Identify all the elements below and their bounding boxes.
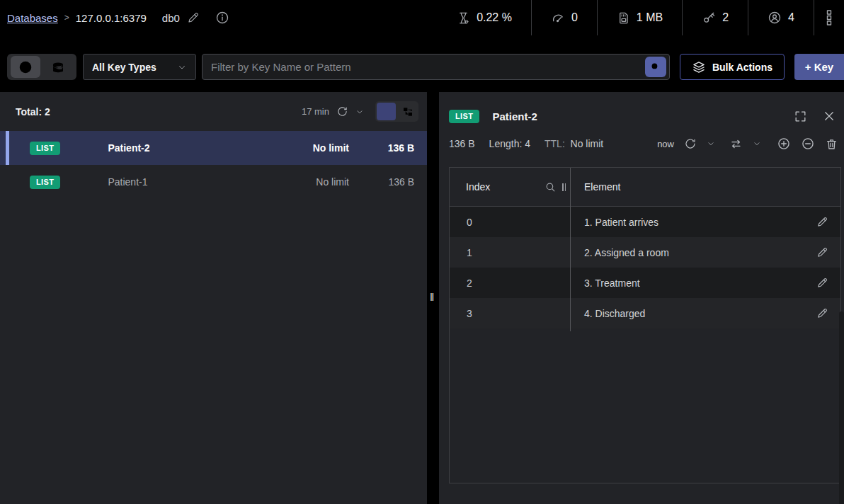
top-bar: Databases > 127.0.0.1:6379 db0 0.22 % 0 … <box>0 0 844 35</box>
element-row[interactable]: 2 3. Treatment <box>450 268 840 298</box>
element-value: 4. Discharged <box>570 308 816 319</box>
key-size-value: 136 B <box>449 138 475 149</box>
key-details-header: LIST Patient-2 <box>449 103 844 129</box>
add-element-icon[interactable] <box>777 137 791 151</box>
stat-keys-value: 2 <box>722 11 729 24</box>
main-area: Total: 2 17 min <box>0 92 844 504</box>
edit-alias-icon[interactable] <box>187 11 200 24</box>
element-row[interactable]: 0 1. Patient arrives <box>450 207 840 237</box>
keys-list-header: Total: 2 17 min <box>0 92 427 131</box>
key-icon <box>702 11 716 25</box>
key-length: Length: 4 <box>489 138 530 149</box>
column-search-icon[interactable] <box>544 181 557 193</box>
add-key-button[interactable]: + Key <box>794 54 844 80</box>
list-elements-table: Index Element 0 1. Patient arrives <box>449 167 841 483</box>
db-index-label: db0 <box>162 12 180 24</box>
stat-memory: 1 MB <box>597 0 682 35</box>
edit-element-icon[interactable] <box>816 307 840 319</box>
element-value: 1. Patient arrives <box>570 217 816 228</box>
element-row[interactable]: 1 2. Assigned a room <box>450 237 840 268</box>
key-row-patient-2[interactable]: LIST Patient-2 No limit 136 B <box>0 131 427 165</box>
key-type-filter-value: All Key Types <box>92 62 156 73</box>
stat-clients: 4 <box>748 0 814 35</box>
refresh-options-chevron-icon[interactable] <box>707 139 715 148</box>
db-info-icon[interactable] <box>215 11 229 25</box>
table-header: Index Element <box>450 168 840 207</box>
element-value: 3. Treatment <box>570 277 816 289</box>
format-switch-icon[interactable] <box>729 137 743 151</box>
key-search-box <box>202 54 670 80</box>
edit-element-icon[interactable] <box>816 246 840 258</box>
key-ttl[interactable]: TTL: No limit <box>544 138 603 149</box>
column-header-index: Index <box>450 181 570 193</box>
clients-icon <box>768 11 782 25</box>
element-value: 2. Assigned a room <box>570 247 816 258</box>
keys-total: Total: 2 <box>16 106 50 118</box>
list-view-button[interactable] <box>377 103 396 120</box>
key-ttl: No limit <box>264 176 349 188</box>
details-last-refresh: now <box>657 139 674 149</box>
close-icon[interactable] <box>823 110 836 122</box>
key-details-panel: LIST Patient-2 136 B Length: 4 TTL: No l… <box>439 92 844 504</box>
more-menu-icon[interactable] <box>824 8 834 27</box>
expand-icon[interactable] <box>794 110 807 123</box>
keys-last-refresh: 17 min <box>302 106 329 117</box>
hourglass-icon <box>457 11 470 25</box>
layers-icon <box>692 60 706 74</box>
key-type-badge: LIST <box>449 110 479 123</box>
key-name: Patient-1 <box>108 176 264 188</box>
bulk-actions-button[interactable]: Bulk Actions <box>680 54 785 80</box>
refresh-icon[interactable] <box>684 137 697 150</box>
key-type-filter-select[interactable]: All Key Types <box>83 54 196 80</box>
key-size: 136 B <box>349 142 414 154</box>
element-index: 1 <box>450 247 570 258</box>
database-stack-icon[interactable] <box>43 56 73 78</box>
scrollbar[interactable] <box>839 311 844 504</box>
element-row[interactable]: 3 4. Discharged <box>450 298 840 328</box>
key-details-name: Patient-2 <box>492 110 537 122</box>
panel-resize-handle[interactable]: ‖ <box>427 92 439 504</box>
key-ttl: No limit <box>264 142 349 154</box>
element-index: 0 <box>450 217 570 228</box>
key-name: Patient-2 <box>108 142 264 154</box>
refresh-options-chevron-icon[interactable] <box>355 108 364 116</box>
key-details-meta: 136 B Length: 4 TTL: No limit now <box>449 129 844 159</box>
breadcrumb-separator: > <box>64 13 69 23</box>
key-size: 136 B <box>349 176 414 188</box>
edit-element-icon[interactable] <box>816 216 840 228</box>
breadcrumb-host: 127.0.0.1:6379 <box>76 12 147 24</box>
stat-cpu-value: 0.22 % <box>477 11 512 24</box>
key-type-badge: LIST <box>30 142 60 155</box>
stat-memory-value: 1 MB <box>637 11 663 24</box>
filter-bar: All Key Types Bulk Actions + Key <box>7 54 844 80</box>
key-search-input[interactable] <box>211 61 645 73</box>
tree-view-button[interactable] <box>398 103 417 120</box>
resize-grip-icon: ‖ <box>430 291 435 303</box>
delete-key-icon[interactable] <box>825 137 838 151</box>
db-stats: 0.22 % 0 1 MB 2 4 <box>438 0 814 35</box>
column-resize-handle[interactable] <box>562 183 566 191</box>
column-header-element: Element <box>570 181 840 193</box>
stat-ops: 0 <box>531 0 597 35</box>
stat-ops-value: 0 <box>571 11 578 24</box>
key-type-badge: LIST <box>30 176 60 189</box>
gauge-icon <box>551 11 565 25</box>
keys-list-panel: Total: 2 17 min <box>0 92 427 504</box>
filter-by-type-icon[interactable] <box>11 56 40 78</box>
stat-cpu: 0.22 % <box>438 0 531 35</box>
column-divider <box>570 168 571 331</box>
format-chevron-icon[interactable] <box>753 139 761 148</box>
breadcrumb-databases-link[interactable]: Databases <box>7 12 58 24</box>
refresh-icon[interactable] <box>336 105 348 118</box>
view-toggle-group <box>375 101 418 122</box>
stat-keys: 2 <box>682 0 748 35</box>
breadcrumb: Databases > 127.0.0.1:6379 <box>7 12 147 24</box>
search-icon[interactable] <box>645 57 666 77</box>
stat-clients-value: 4 <box>788 11 794 24</box>
remove-element-icon[interactable] <box>801 137 815 151</box>
memory-card-icon <box>617 11 630 25</box>
key-row-patient-1[interactable]: LIST Patient-1 No limit 136 B <box>0 165 427 199</box>
filter-mode-group <box>7 54 76 80</box>
element-index: 2 <box>450 277 570 289</box>
edit-element-icon[interactable] <box>816 277 840 289</box>
